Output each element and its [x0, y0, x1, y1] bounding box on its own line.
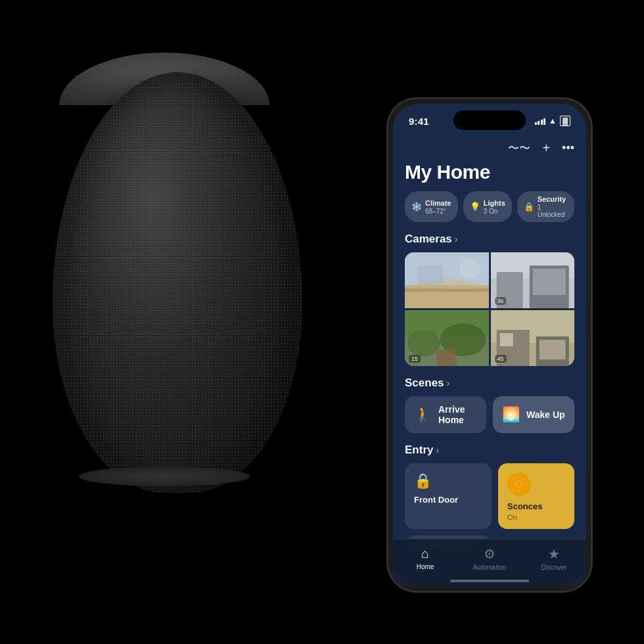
- automation-nav-label: Automation: [473, 564, 507, 571]
- arrive-home-button[interactable]: 🚶 Arrive Home: [405, 396, 486, 433]
- camera-feed-2: 3s: [491, 252, 575, 308]
- bar4: [543, 118, 545, 125]
- nav-discover[interactable]: ★ Discover: [534, 546, 574, 571]
- iphone-screen: 9:41 ▲ ▓ 〜〜 + •••: [393, 104, 586, 586]
- cam4-timestamp: 45: [495, 355, 507, 363]
- status-chips: ❄️ Climate 68–72° 💡 Lights 3 On: [405, 191, 574, 222]
- lights-value: 3 On: [484, 208, 505, 215]
- lights-chip[interactable]: 💡 Lights 3 On: [463, 191, 512, 222]
- camera-cell-2[interactable]: 3s: [491, 252, 575, 308]
- homepod-mesh-body: [53, 72, 302, 493]
- scenes-chevron-icon: ›: [447, 378, 450, 388]
- nav-automation[interactable]: ⚙ Automation: [470, 546, 509, 571]
- automation-nav-icon: ⚙: [484, 546, 495, 562]
- homepod-body-outer: [39, 53, 315, 513]
- siri-waveform-icon[interactable]: 〜〜: [508, 141, 530, 156]
- wifi-icon: ▲: [549, 116, 557, 126]
- camera-feed-1: [405, 252, 489, 308]
- svg-point-13: [407, 330, 440, 356]
- security-value: 1 Unlocked: [538, 204, 568, 218]
- camera-feed-4: 45: [491, 310, 575, 366]
- sconces-label: Sconces: [507, 501, 565, 512]
- svg-rect-3: [405, 288, 489, 292]
- climate-chip[interactable]: ❄️ Climate 68–72°: [405, 191, 458, 222]
- bar1: [535, 122, 537, 125]
- cameras-section-header[interactable]: Cameras ›: [405, 233, 574, 246]
- entry-section-header[interactable]: Entry ›: [405, 444, 574, 457]
- home-nav-label: Home: [417, 563, 434, 570]
- svg-rect-19: [499, 333, 513, 346]
- discover-nav-label: Discover: [541, 564, 567, 571]
- scenes-title: Scenes: [405, 377, 444, 390]
- bar3: [541, 120, 543, 125]
- climate-icon: ❄️: [411, 202, 422, 212]
- wake-up-icon: 🌅: [502, 406, 520, 423]
- dynamic-island: [453, 110, 526, 130]
- app-header: 〜〜 + •••: [405, 138, 574, 156]
- climate-info: Climate 68–72°: [425, 199, 451, 215]
- security-label: Security: [538, 195, 568, 204]
- sconces-card[interactable]: 🔆 Sconces On: [498, 463, 574, 529]
- security-info: Security 1 Unlocked: [538, 195, 568, 218]
- camera-grid: 3s 15: [405, 252, 574, 366]
- iphone: 9:41 ▲ ▓ 〜〜 + •••: [388, 99, 591, 591]
- lights-info: Lights 3 On: [484, 199, 505, 215]
- status-time: 9:41: [409, 116, 429, 127]
- more-icon[interactable]: •••: [562, 141, 574, 155]
- front-door-icon: 🔒: [414, 472, 482, 490]
- cameras-title: Cameras: [405, 233, 452, 246]
- front-door-card[interactable]: 🔒 Front Door: [405, 463, 492, 529]
- sconces-status: On: [507, 513, 565, 521]
- camera-cell-3[interactable]: 15: [405, 310, 489, 366]
- svg-rect-15: [437, 350, 457, 366]
- lights-label: Lights: [484, 199, 505, 208]
- sconces-icon: 🔆: [507, 472, 531, 496]
- signal-bars-icon: [535, 117, 546, 125]
- camera-feed-3: 15: [405, 310, 489, 366]
- nav-home[interactable]: ⌂ Home: [405, 546, 445, 570]
- cam2-timestamp: 3s: [495, 297, 507, 305]
- arrive-home-label: Arrive Home: [438, 404, 477, 425]
- page-title: My Home: [405, 161, 574, 183]
- security-chip[interactable]: 🔒 Security 1 Unlocked: [517, 191, 574, 222]
- entry-chevron-icon: ›: [436, 445, 439, 455]
- cam3-timestamp: 15: [409, 355, 421, 363]
- mesh-overlay: [53, 72, 302, 493]
- climate-value: 68–72°: [425, 208, 451, 215]
- lights-icon: 💡: [470, 202, 480, 212]
- svg-rect-10: [532, 269, 565, 295]
- cameras-chevron-icon: ›: [455, 234, 458, 244]
- app-content: 〜〜 + ••• My Home ❄️ Climate 68–72°: [393, 133, 586, 549]
- entry-grid: 🔒 Front Door 🔆 Sconces On 💡 Overhead: [405, 463, 574, 549]
- homepod: [39, 53, 355, 565]
- status-icons: ▲ ▓: [535, 116, 570, 126]
- front-door-label: Front Door: [414, 495, 482, 505]
- svg-rect-21: [539, 340, 565, 359]
- entry-title: Entry: [405, 444, 433, 457]
- scenes-row: 🚶 Arrive Home 🌅 Wake Up: [405, 396, 574, 433]
- camera-cell-1[interactable]: [405, 252, 489, 308]
- battery-icon: ▓: [560, 116, 570, 126]
- add-icon[interactable]: +: [542, 141, 550, 156]
- homepod-base: [79, 467, 250, 486]
- home-indicator: [450, 580, 529, 582]
- wake-up-label: Wake Up: [526, 409, 565, 420]
- wake-up-button[interactable]: 🌅 Wake Up: [493, 396, 574, 433]
- discover-nav-icon: ★: [548, 546, 560, 562]
- iphone-frame: 9:41 ▲ ▓ 〜〜 + •••: [388, 99, 591, 591]
- bar2: [538, 121, 540, 125]
- security-icon: 🔒: [524, 202, 534, 212]
- cam1-svg: [405, 252, 489, 308]
- svg-rect-4: [417, 265, 444, 285]
- home-nav-icon: ⌂: [421, 546, 429, 561]
- scenes-section-header[interactable]: Scenes ›: [405, 377, 574, 390]
- arrive-home-icon: 🚶: [414, 406, 432, 423]
- svg-point-5: [460, 259, 480, 279]
- climate-label: Climate: [425, 199, 451, 208]
- camera-cell-4[interactable]: 45: [491, 310, 575, 366]
